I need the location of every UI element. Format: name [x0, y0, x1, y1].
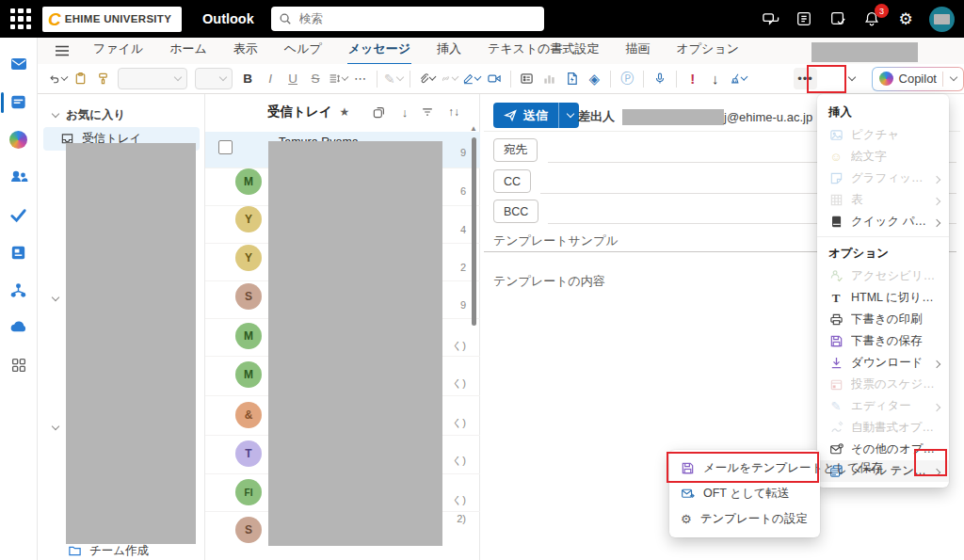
message-checkbox[interactable] [218, 140, 233, 154]
avatar[interactable]: M [235, 168, 262, 195]
menu-item-print-draft[interactable]: 下書きの印刷 [817, 309, 949, 330]
tab-insert[interactable]: 挿入 [436, 37, 462, 65]
menu-item-accessibility[interactable]: アクセシビリティを確認する [817, 265, 949, 287]
more-apps-icon[interactable] [2, 346, 36, 384]
poll-button[interactable] [516, 68, 537, 90]
news-app-icon[interactable] [2, 233, 36, 271]
line-spacing-button[interactable] [328, 68, 348, 90]
favorite-star-icon[interactable]: ★ [339, 105, 349, 119]
filter-icon[interactable] [421, 105, 438, 120]
app-launcher-icon[interactable] [10, 8, 31, 29]
font-size-select[interactable] [195, 68, 233, 89]
menu-item-emoji[interactable]: ☺ 絵文字 [817, 146, 949, 168]
notifications-bell-icon[interactable]: 3 [861, 8, 882, 29]
avatar[interactable]: FI [235, 479, 262, 505]
org-explorer-app-icon[interactable] [2, 271, 36, 309]
noteapp-icon[interactable] [794, 8, 814, 29]
chevron-down-icon[interactable] [52, 423, 59, 430]
undo-button[interactable] [47, 68, 68, 90]
chevron-down-icon[interactable] [52, 294, 59, 301]
cc-button[interactable]: CC [493, 169, 531, 193]
menu-item-autoformat[interactable]: 自動書式オプション [817, 417, 949, 439]
chat-icon[interactable] [760, 8, 780, 29]
quick-doc-icon[interactable] [561, 68, 582, 90]
avatar[interactable]: M [235, 361, 262, 388]
italic-button[interactable]: I [260, 68, 281, 90]
toolbar-more-options-button[interactable]: ••• [794, 68, 817, 89]
avatar[interactable]: T [235, 440, 262, 467]
message-body[interactable]: テンプレートの内容 [493, 273, 605, 290]
todo-icon[interactable] [827, 8, 848, 29]
mail-app-icon[interactable] [2, 45, 36, 83]
menu-item-table[interactable]: 表 [817, 189, 949, 211]
menu-item-download[interactable]: ダウンロード [817, 352, 949, 374]
menu-item-graphics[interactable]: グラフィックス [817, 168, 949, 189]
tab-message[interactable]: メッセージ [347, 37, 411, 65]
paste-button[interactable] [70, 68, 90, 90]
menu-item-save-draft[interactable]: 下書きの保存 [817, 330, 949, 352]
video-clip-icon[interactable] [484, 68, 505, 90]
underline-button[interactable]: U [282, 68, 303, 90]
low-importance-icon[interactable]: ↓ [705, 68, 726, 90]
search-input[interactable] [297, 11, 523, 26]
menu-item-poll-scheduling[interactable]: 投票のスケジューリング [817, 374, 949, 395]
ribbon-overflow-icon[interactable] [55, 45, 72, 56]
to-button[interactable]: 宛先 [493, 138, 538, 162]
submenu-item-save-as-template[interactable]: メールをテンプレートとして保存 [669, 456, 820, 481]
menu-item-switch-html[interactable]: T HTML に切り替え [817, 287, 949, 309]
format-painter-button[interactable] [92, 68, 113, 90]
bold-button[interactable]: B [237, 68, 258, 90]
settings-gear-icon[interactable]: ⚙ [895, 8, 916, 29]
dictate-mic-icon[interactable] [650, 68, 670, 90]
scroll-up-icon[interactable]: ▲ [470, 124, 477, 133]
tab-draw[interactable]: 描画 [625, 37, 651, 65]
avatar[interactable]: M [235, 323, 262, 349]
sweep-icon[interactable] [728, 68, 748, 90]
menu-item-editor[interactable]: ✎ エディター [817, 395, 949, 417]
ribbon-mode-chevron-icon[interactable] [841, 68, 861, 90]
tab-home[interactable]: ホーム [169, 37, 208, 65]
avatar[interactable]: S [235, 283, 262, 310]
avatar[interactable]: Y [235, 206, 262, 232]
ink-pen-icon[interactable]: ✎ [383, 68, 404, 90]
submenu-item-forward-as-oft[interactable]: OFT として転送 [669, 481, 820, 506]
sensitivity-label-icon[interactable]: ◈ [584, 68, 604, 90]
list-scrollbar[interactable] [472, 137, 476, 326]
attach-file-button[interactable] [416, 68, 437, 90]
avatar[interactable]: & [235, 402, 262, 428]
tab-file[interactable]: ファイル [92, 37, 144, 65]
todo-app-icon[interactable] [2, 196, 36, 233]
copilot-app-icon[interactable] [2, 120, 36, 158]
send-button[interactable]: 送信 [493, 103, 579, 128]
more-formatting-icon[interactable]: ⋯ [350, 68, 371, 90]
copilot-button[interactable]: Copilot [872, 67, 964, 91]
high-importance-icon[interactable]: ! [683, 68, 703, 90]
org-logo[interactable]: C EHIME UNIVERSITY [42, 7, 182, 32]
people-app-icon[interactable] [2, 158, 36, 196]
account-avatar[interactable] [929, 7, 955, 32]
avatar[interactable]: Y [235, 245, 262, 271]
favorites-header[interactable]: お気に入り [51, 107, 125, 123]
chart-icon[interactable] [538, 68, 559, 90]
submenu-item-template-settings[interactable]: ⚙ テンプレートの設定 [669, 506, 820, 532]
from-row[interactable]: 差出人 j@ehime-u.ac.jp [578, 108, 826, 125]
subject-input[interactable]: テンプレートサンプル [493, 232, 619, 249]
strikethrough-button[interactable]: S [305, 68, 326, 90]
tab-options[interactable]: オプション [676, 37, 741, 65]
tab-text-format[interactable]: テキストの書式設定 [487, 37, 601, 65]
menu-item-other-options[interactable]: その他のオプション [817, 439, 949, 460]
signature-button[interactable] [461, 68, 482, 90]
onedrive-app-icon[interactable] [2, 309, 36, 346]
search-box[interactable] [271, 7, 544, 31]
tab-view[interactable]: 表示 [233, 37, 259, 65]
loop-component-icon[interactable]: Ⓟ [617, 68, 637, 90]
menu-item-quick-parts[interactable]: クイック パーツ [817, 211, 949, 232]
link-icon[interactable] [439, 68, 459, 90]
avatar[interactable]: S [235, 517, 262, 543]
newest-first-icon[interactable]: ↓ [396, 105, 413, 120]
bcc-button[interactable]: BCC [493, 200, 538, 223]
sort-icon[interactable]: ↑↓ [445, 105, 462, 120]
menu-item-picture[interactable]: ピクチャ [817, 124, 949, 146]
calendar-app-icon[interactable] [2, 83, 36, 120]
send-options-chevron[interactable] [558, 103, 579, 128]
